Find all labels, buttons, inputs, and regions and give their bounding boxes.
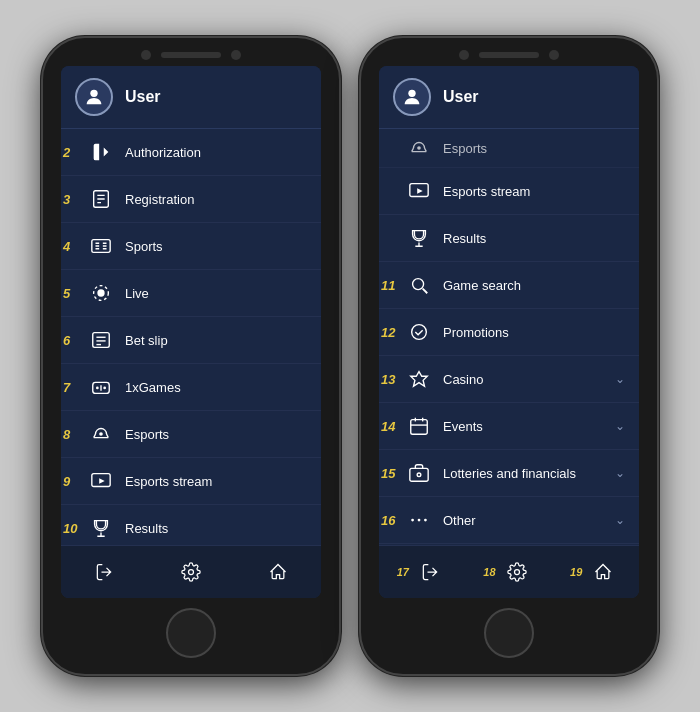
- menu-item-registration[interactable]: 3 Registration: [61, 176, 321, 223]
- right-avatar: [393, 78, 431, 116]
- left-user-header: User: [61, 66, 321, 129]
- left-speaker: [161, 52, 221, 58]
- form-icon: [87, 185, 115, 213]
- sports-icon: [87, 232, 115, 260]
- svg-point-19: [96, 387, 99, 390]
- svg-rect-38: [410, 468, 428, 481]
- right-username: User: [443, 88, 479, 106]
- right-menu-item-esports[interactable]: Esports: [379, 129, 639, 168]
- svg-point-25: [188, 570, 193, 575]
- left-phone: User 2 Authorization 3 R: [41, 36, 341, 676]
- left-phone-top-bar: [43, 38, 339, 66]
- left-camera2: [231, 50, 241, 60]
- trophy-icon: [87, 514, 115, 542]
- svg-marker-33: [411, 372, 428, 387]
- right-lotteries-icon: [405, 459, 433, 487]
- left-bottom-toolbar: [61, 545, 321, 598]
- svg-line-31: [423, 289, 428, 294]
- right-menu-item-game-search[interactable]: 11 Game search: [379, 262, 639, 309]
- right-speaker: [479, 52, 539, 58]
- svg-marker-24: [99, 478, 105, 484]
- right-phone-bottom: [361, 602, 657, 674]
- right-menu-item-events[interactable]: 14 Events ⌄: [379, 403, 639, 450]
- toolbar-num-18: 18: [483, 566, 495, 578]
- right-menu-item-lotteries[interactable]: 15 Lotteries and financials ⌄: [379, 450, 639, 497]
- toolbar-num-17: 17: [397, 566, 409, 578]
- betslip-icon: [87, 326, 115, 354]
- svg-rect-34: [411, 420, 428, 435]
- svg-point-26: [408, 90, 415, 97]
- live-icon: [87, 279, 115, 307]
- svg-marker-29: [417, 188, 423, 194]
- menu-item-esports-stream[interactable]: 9 Esports stream: [61, 458, 321, 505]
- right-stream-icon: [405, 177, 433, 205]
- right-toolbar-signin[interactable]: [412, 554, 448, 590]
- svg-point-12: [97, 289, 104, 296]
- svg-point-39: [417, 473, 421, 477]
- right-trophy-icon: [405, 224, 433, 252]
- right-user-header: User: [379, 66, 639, 129]
- right-phone: User Esports Esports stream: [359, 36, 659, 676]
- right-menu-list: Esports Esports stream Results: [379, 129, 639, 545]
- svg-point-41: [418, 519, 421, 522]
- left-phone-bottom: [43, 602, 339, 674]
- right-bottom-toolbar: 17 18 19: [379, 545, 639, 598]
- right-menu-item-results[interactable]: Results: [379, 215, 639, 262]
- casino-chevron: ⌄: [615, 372, 625, 386]
- right-promotions-icon: [405, 318, 433, 346]
- left-toolbar-signin[interactable]: [86, 554, 122, 590]
- right-other-icon: [405, 506, 433, 534]
- svg-point-30: [413, 279, 424, 290]
- svg-point-43: [514, 570, 519, 575]
- toolbar-num-19: 19: [570, 566, 582, 578]
- svg-point-42: [424, 519, 427, 522]
- menu-item-betslip[interactable]: 6 Bet slip: [61, 317, 321, 364]
- right-toolbar-settings[interactable]: [499, 554, 535, 590]
- svg-rect-5: [92, 240, 110, 253]
- right-menu-item-casino[interactable]: 13 Casino ⌄: [379, 356, 639, 403]
- esports-icon: [87, 420, 115, 448]
- menu-item-authorization[interactable]: 2 Authorization: [61, 129, 321, 176]
- left-toolbar-settings[interactable]: [173, 554, 209, 590]
- right-esports-icon: [405, 134, 433, 162]
- stream-icon: [87, 467, 115, 495]
- right-menu-item-other[interactable]: 16 Other ⌄: [379, 497, 639, 544]
- left-camera: [141, 50, 151, 60]
- right-toolbar-home-wrap[interactable]: 19: [570, 554, 621, 590]
- right-casino-icon: [405, 365, 433, 393]
- right-toolbar-settings-wrap[interactable]: 18: [483, 554, 534, 590]
- right-phone-screen: User Esports Esports stream: [379, 66, 639, 598]
- right-toolbar-signin-wrap[interactable]: 17: [397, 554, 448, 590]
- menu-item-1xgames[interactable]: 7 1xGames: [61, 364, 321, 411]
- right-phone-top-bar: [361, 38, 657, 66]
- right-menu-item-esports-stream[interactable]: Esports stream: [379, 168, 639, 215]
- phones-container: User 2 Authorization 3 R: [31, 26, 669, 686]
- left-toolbar-home[interactable]: [260, 554, 296, 590]
- svg-point-40: [411, 519, 414, 522]
- lotteries-chevron: ⌄: [615, 466, 625, 480]
- right-search-icon: [405, 271, 433, 299]
- menu-item-esports[interactable]: 8 Esports: [61, 411, 321, 458]
- right-home-button[interactable]: [484, 608, 534, 658]
- right-toolbar-home[interactable]: [585, 554, 621, 590]
- right-camera2: [549, 50, 559, 60]
- left-phone-screen: User 2 Authorization 3 R: [61, 66, 321, 598]
- svg-point-32: [412, 325, 427, 340]
- menu-item-sports[interactable]: 4 Sports: [61, 223, 321, 270]
- events-chevron: ⌄: [615, 419, 625, 433]
- svg-point-0: [90, 90, 97, 97]
- right-menu-item-promotions[interactable]: 12 Promotions: [379, 309, 639, 356]
- menu-item-live[interactable]: 5 Live: [61, 270, 321, 317]
- left-username: User: [125, 88, 161, 106]
- svg-point-27: [417, 146, 421, 150]
- svg-point-20: [103, 387, 106, 390]
- left-menu-list: 2 Authorization 3 Registration 4: [61, 129, 321, 545]
- right-events-icon: [405, 412, 433, 440]
- menu-item-results[interactable]: 10 Results: [61, 505, 321, 545]
- signin-icon: [87, 138, 115, 166]
- right-camera: [459, 50, 469, 60]
- left-home-button[interactable]: [166, 608, 216, 658]
- games-icon: [87, 373, 115, 401]
- svg-point-22: [99, 432, 103, 436]
- left-avatar: [75, 78, 113, 116]
